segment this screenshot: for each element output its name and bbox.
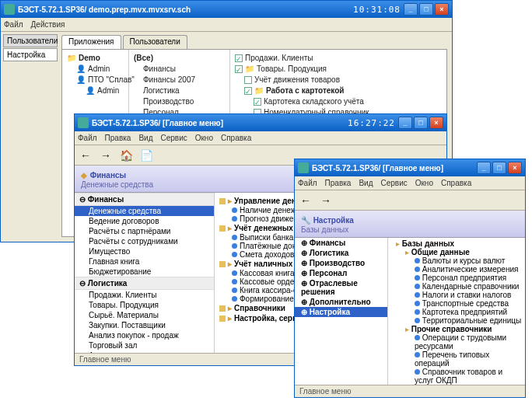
maximize-button[interactable]: □ xyxy=(414,117,428,129)
menu-item[interactable]: Окно xyxy=(415,179,433,187)
nav-item[interactable]: Анализ покупок - продаж xyxy=(75,330,214,340)
toolbar-button[interactable]: → xyxy=(98,148,114,163)
nav-panel[interactable]: ⊖ ФинансыДенежные средстваВедение догово… xyxy=(75,193,215,353)
content-item[interactable]: Перечень типовых операций xyxy=(391,350,522,368)
nav-group[interactable]: ⊖ Финансы xyxy=(75,193,214,206)
bullet-icon xyxy=(232,296,237,302)
titlebar[interactable]: БЭСТ-5.72.1.SP36/ [Главное меню] 16:27:2… xyxy=(75,114,446,131)
toolbar-button[interactable]: ← xyxy=(78,148,93,163)
tree-node[interactable]: Финансы 2007 xyxy=(134,75,225,85)
content-group[interactable]: ▸ Базы данных xyxy=(391,239,522,248)
side-tab[interactable]: Настройка xyxy=(3,48,58,61)
tree-node[interactable]: 📁Работа с картотекой xyxy=(235,85,442,96)
tree-node[interactable]: 👤Admin xyxy=(67,85,124,96)
content-item[interactable]: Валюты и курсы валют xyxy=(391,256,522,265)
tab[interactable]: Приложения xyxy=(61,35,121,49)
tree-node[interactable]: 👤Admin xyxy=(67,64,124,75)
tree-node[interactable]: Логистика xyxy=(134,85,225,96)
minimize-button[interactable]: _ xyxy=(404,3,418,16)
content-group[interactable]: ▸ Общие данные xyxy=(391,248,522,256)
checkbox-icon[interactable] xyxy=(244,87,252,95)
clock: 10:31:08 xyxy=(353,5,401,15)
checkbox-icon[interactable] xyxy=(244,76,252,84)
menu-item[interactable]: Действия xyxy=(31,20,65,29)
nav-item[interactable]: Продажи. Клиенты xyxy=(75,290,214,300)
checkbox-icon[interactable] xyxy=(235,65,243,73)
checkbox-icon[interactable] xyxy=(235,54,243,62)
nav-item[interactable]: Закупки. Поставщики xyxy=(75,320,214,330)
maximize-button[interactable]: □ xyxy=(492,162,506,174)
checkbox-icon[interactable] xyxy=(254,98,261,106)
maximize-button[interactable]: □ xyxy=(419,3,433,16)
tree-node[interactable]: 📁Demo xyxy=(67,53,124,64)
main-panel[interactable]: ▸ Базы данных▸ Общие данные Валюты и кур… xyxy=(388,238,525,385)
toolbar-button[interactable]: 🏠 xyxy=(118,148,134,163)
content-item[interactable]: Картотека предприятий xyxy=(391,308,522,316)
back-icon[interactable]: ← xyxy=(298,193,313,208)
menu-item[interactable]: Вид xyxy=(359,179,373,187)
tree-node[interactable]: Картотека складского учёта xyxy=(235,96,442,107)
close-button[interactable]: × xyxy=(429,117,443,129)
nav-group[interactable]: ⊖ Логистика xyxy=(75,277,214,290)
content-group[interactable]: ▸ Прочие справочники xyxy=(391,325,522,333)
tree-node[interactable]: Учёт движения товаров xyxy=(235,75,442,85)
nav-group[interactable]: ⊕ Отраслевые решения xyxy=(295,278,387,297)
tree-node[interactable]: 📁Товары. Продукция xyxy=(235,64,442,75)
nav-item[interactable]: Ведение договоров xyxy=(75,216,214,226)
nav-group[interactable]: ⊕ Финансы xyxy=(295,238,387,248)
content-item[interactable]: Транспортные средства xyxy=(391,299,522,308)
forward-icon[interactable]: → xyxy=(318,193,334,208)
menu-item[interactable]: Файл xyxy=(4,20,23,29)
nav-item[interactable]: Бюджетирование xyxy=(75,267,214,277)
bullet-icon xyxy=(415,284,420,289)
bullet-icon xyxy=(415,258,420,263)
menu-item[interactable]: Справка xyxy=(441,179,471,187)
content-item[interactable]: Справочник товаров и услуг ОКДП xyxy=(391,368,522,385)
close-button[interactable]: × xyxy=(508,162,522,174)
nav-panel[interactable]: ⊕ Финансы⊕ Логистика⊕ Производство⊕ Перс… xyxy=(295,238,388,385)
content-item[interactable]: Налоги и ставки налогов xyxy=(391,291,522,299)
nav-group[interactable]: ⊕ Логистика xyxy=(295,248,387,258)
menu-item[interactable]: Вид xyxy=(138,134,152,142)
content-item[interactable]: Операции с трудовыми ресурсами xyxy=(391,333,522,350)
toolbar-button[interactable]: 📄 xyxy=(138,148,154,163)
nav-group[interactable]: ⊕ Настройка xyxy=(295,307,387,317)
tree-node[interactable]: 👤ПТО "Сплав" xyxy=(67,75,124,85)
tab[interactable]: Пользователи xyxy=(123,35,187,49)
side-tabs: ПользователиНастройка xyxy=(2,33,58,240)
menu-item[interactable]: Окно xyxy=(195,134,213,142)
menu-item[interactable]: Сервис xyxy=(380,179,407,187)
nav-group[interactable]: ⊕ Производство xyxy=(295,258,387,268)
menu-item[interactable]: Файл xyxy=(298,179,317,187)
nav-item[interactable]: Расчёты с партнёрами xyxy=(75,226,214,236)
nav-group[interactable]: ⊕ Дополнительно xyxy=(295,297,387,307)
menu-item[interactable]: Справка xyxy=(221,134,251,142)
nav-item[interactable]: Имущество xyxy=(75,246,214,256)
titlebar[interactable]: БЭСТ-5.72.1.SP36/ [Главное меню] _ □ × xyxy=(295,159,525,176)
tree-node[interactable]: Продажи. Клиенты xyxy=(235,53,442,64)
nav-item[interactable]: Товары. Продукция xyxy=(75,300,214,310)
menu-item[interactable]: Правка xyxy=(325,179,352,187)
nav-item[interactable]: Денежные средства xyxy=(75,206,214,216)
bullet-icon xyxy=(415,309,420,315)
titlebar[interactable]: БЭСТ-5.72.1.SP36/ demo.prep.mvx.mvxsrv.s… xyxy=(1,1,452,18)
content-item[interactable]: Аналитические измерения xyxy=(391,265,522,274)
content-item[interactable]: Календарные справочники xyxy=(391,282,522,291)
tree-node[interactable]: (Все) xyxy=(134,53,225,64)
tree-node[interactable]: Финансы xyxy=(134,64,225,75)
content-item[interactable]: Персонал предприятия xyxy=(391,274,522,282)
close-button[interactable]: × xyxy=(435,3,449,16)
content-item[interactable]: Территориальные единицы xyxy=(391,316,522,325)
nav-group[interactable]: ⊕ Персонал xyxy=(295,268,387,278)
nav-item[interactable]: Торговый зал xyxy=(75,340,214,350)
nav-item[interactable]: Сырьё. Материалы xyxy=(75,310,214,320)
minimize-button[interactable]: _ xyxy=(477,162,491,174)
nav-item[interactable]: Расчёты с сотрудниками xyxy=(75,236,214,246)
nav-item[interactable]: Главная книга xyxy=(75,256,214,267)
menu-item[interactable]: Правка xyxy=(105,134,131,142)
minimize-button[interactable]: _ xyxy=(398,117,412,129)
side-tab[interactable]: Пользователи xyxy=(3,34,58,47)
tree-node[interactable]: Производство xyxy=(134,96,225,107)
menu-item[interactable]: Сервис xyxy=(160,134,187,142)
menu-item[interactable]: Файл xyxy=(78,134,97,142)
